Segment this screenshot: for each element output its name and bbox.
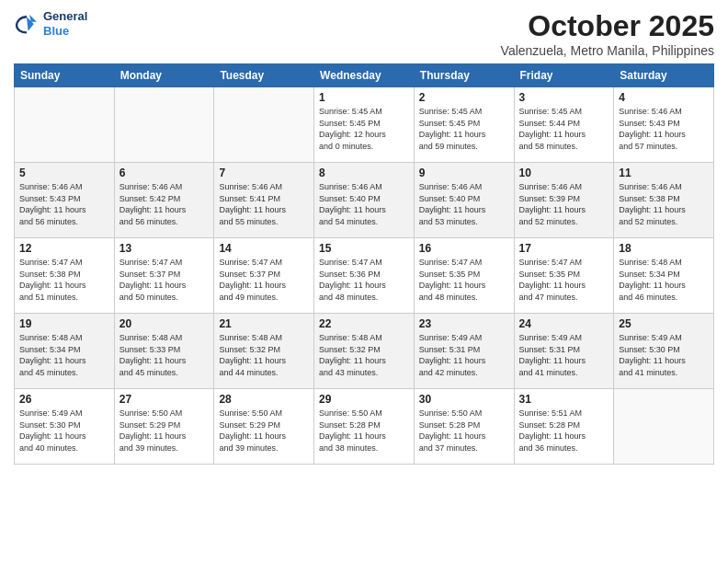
calendar-cell: 23Sunrise: 5:49 AM Sunset: 5:31 PM Dayli… [414, 314, 514, 389]
header-day-thursday: Thursday [414, 64, 514, 87]
day-number: 17 [519, 242, 609, 255]
day-info: Sunrise: 5:47 AM Sunset: 5:38 PM Dayligh… [19, 257, 109, 303]
day-number: 1 [319, 91, 409, 104]
header-day-tuesday: Tuesday [214, 64, 314, 87]
calendar-cell: 14Sunrise: 5:47 AM Sunset: 5:37 PM Dayli… [214, 238, 314, 314]
day-info: Sunrise: 5:50 AM Sunset: 5:28 PM Dayligh… [419, 408, 509, 454]
calendar-cell: 28Sunrise: 5:50 AM Sunset: 5:29 PM Dayli… [214, 389, 314, 465]
header-day-monday: Monday [114, 64, 214, 87]
day-number: 14 [219, 242, 309, 255]
calendar-cell: 21Sunrise: 5:48 AM Sunset: 5:32 PM Dayli… [214, 314, 314, 389]
calendar-page: General Blue October 2025 Valenzuela, Me… [0, 0, 728, 563]
calendar-cell: 16Sunrise: 5:47 AM Sunset: 5:35 PM Dayli… [414, 238, 514, 314]
day-info: Sunrise: 5:48 AM Sunset: 5:33 PM Dayligh… [119, 332, 210, 378]
calendar-cell: 17Sunrise: 5:47 AM Sunset: 5:35 PM Dayli… [514, 238, 614, 314]
calendar-cell: 12Sunrise: 5:47 AM Sunset: 5:38 PM Dayli… [15, 238, 115, 314]
day-number: 6 [119, 167, 210, 179]
week-row-3: 12Sunrise: 5:47 AM Sunset: 5:38 PM Dayli… [15, 238, 714, 314]
calendar-cell: 1Sunrise: 5:45 AM Sunset: 5:45 PM Daylig… [314, 87, 415, 163]
calendar-cell: 15Sunrise: 5:47 AM Sunset: 5:36 PM Dayli… [314, 238, 415, 314]
calendar-cell: 27Sunrise: 5:50 AM Sunset: 5:29 PM Dayli… [114, 389, 214, 465]
calendar-cell: 25Sunrise: 5:49 AM Sunset: 5:30 PM Dayli… [614, 314, 714, 389]
calendar-cell: 22Sunrise: 5:48 AM Sunset: 5:32 PM Dayli… [314, 314, 415, 389]
calendar-title: October 2025 [501, 9, 714, 43]
day-info: Sunrise: 5:46 AM Sunset: 5:39 PM Dayligh… [519, 181, 609, 227]
day-number: 11 [619, 167, 709, 179]
day-info: Sunrise: 5:46 AM Sunset: 5:40 PM Dayligh… [319, 181, 409, 227]
calendar-cell: 26Sunrise: 5:49 AM Sunset: 5:30 PM Dayli… [15, 389, 115, 465]
title-section: October 2025 Valenzuela, Metro Manila, P… [501, 9, 714, 58]
day-info: Sunrise: 5:48 AM Sunset: 5:32 PM Dayligh… [319, 332, 409, 378]
week-row-2: 5Sunrise: 5:46 AM Sunset: 5:43 PM Daylig… [15, 163, 714, 238]
calendar-cell: 30Sunrise: 5:50 AM Sunset: 5:28 PM Dayli… [414, 389, 514, 465]
calendar-cell: 18Sunrise: 5:48 AM Sunset: 5:34 PM Dayli… [614, 238, 714, 314]
calendar-cell [114, 87, 214, 163]
day-number: 19 [19, 317, 109, 330]
day-number: 30 [419, 393, 509, 406]
day-number: 22 [319, 317, 409, 330]
day-info: Sunrise: 5:46 AM Sunset: 5:42 PM Dayligh… [119, 181, 210, 227]
day-info: Sunrise: 5:50 AM Sunset: 5:28 PM Dayligh… [319, 408, 409, 454]
day-number: 9 [419, 167, 509, 179]
calendar-cell [214, 87, 314, 163]
day-number: 16 [419, 242, 509, 255]
day-number: 4 [619, 91, 709, 104]
day-info: Sunrise: 5:47 AM Sunset: 5:36 PM Dayligh… [319, 257, 409, 303]
day-info: Sunrise: 5:49 AM Sunset: 5:31 PM Dayligh… [519, 332, 609, 378]
logo: General Blue [14, 9, 87, 38]
calendar-cell: 20Sunrise: 5:48 AM Sunset: 5:33 PM Dayli… [114, 314, 214, 389]
day-info: Sunrise: 5:46 AM Sunset: 5:43 PM Dayligh… [19, 181, 109, 227]
day-number: 12 [19, 242, 109, 255]
day-number: 26 [19, 393, 109, 406]
day-info: Sunrise: 5:47 AM Sunset: 5:37 PM Dayligh… [119, 257, 210, 303]
day-number: 7 [219, 167, 309, 179]
day-number: 29 [319, 393, 409, 406]
day-number: 25 [619, 317, 709, 330]
calendar-cell: 10Sunrise: 5:46 AM Sunset: 5:39 PM Dayli… [514, 163, 614, 238]
day-number: 21 [219, 317, 309, 330]
day-number: 24 [519, 317, 609, 330]
calendar-cell: 7Sunrise: 5:46 AM Sunset: 5:41 PM Daylig… [214, 163, 314, 238]
header-row: SundayMondayTuesdayWednesdayThursdayFrid… [15, 64, 714, 87]
day-info: Sunrise: 5:48 AM Sunset: 5:34 PM Dayligh… [619, 257, 709, 303]
week-row-5: 26Sunrise: 5:49 AM Sunset: 5:30 PM Dayli… [15, 389, 714, 465]
day-info: Sunrise: 5:45 AM Sunset: 5:45 PM Dayligh… [419, 106, 509, 152]
logo-line1: General [43, 9, 87, 24]
logo-text: General Blue [43, 9, 87, 38]
day-info: Sunrise: 5:46 AM Sunset: 5:38 PM Dayligh… [619, 181, 709, 227]
calendar-cell: 8Sunrise: 5:46 AM Sunset: 5:40 PM Daylig… [314, 163, 415, 238]
logo-icon [14, 11, 40, 37]
calendar-cell: 29Sunrise: 5:50 AM Sunset: 5:28 PM Dayli… [314, 389, 415, 465]
day-number: 23 [419, 317, 509, 330]
day-info: Sunrise: 5:51 AM Sunset: 5:28 PM Dayligh… [519, 408, 609, 454]
day-number: 5 [19, 167, 109, 179]
day-info: Sunrise: 5:46 AM Sunset: 5:43 PM Dayligh… [619, 106, 709, 152]
calendar-cell: 24Sunrise: 5:49 AM Sunset: 5:31 PM Dayli… [514, 314, 614, 389]
day-number: 28 [219, 393, 309, 406]
day-info: Sunrise: 5:47 AM Sunset: 5:35 PM Dayligh… [519, 257, 609, 303]
calendar-cell: 5Sunrise: 5:46 AM Sunset: 5:43 PM Daylig… [15, 163, 115, 238]
day-number: 27 [119, 393, 210, 406]
day-info: Sunrise: 5:49 AM Sunset: 5:30 PM Dayligh… [619, 332, 709, 378]
calendar-cell: 31Sunrise: 5:51 AM Sunset: 5:28 PM Dayli… [514, 389, 614, 465]
calendar-subtitle: Valenzuela, Metro Manila, Philippines [501, 43, 714, 58]
logo-line2: Blue [43, 24, 69, 38]
day-number: 18 [619, 242, 709, 255]
day-info: Sunrise: 5:45 AM Sunset: 5:45 PM Dayligh… [319, 106, 409, 152]
day-info: Sunrise: 5:49 AM Sunset: 5:31 PM Dayligh… [419, 332, 509, 378]
day-info: Sunrise: 5:50 AM Sunset: 5:29 PM Dayligh… [119, 408, 210, 454]
day-info: Sunrise: 5:49 AM Sunset: 5:30 PM Dayligh… [19, 408, 109, 454]
header-day-sunday: Sunday [15, 64, 115, 87]
header-day-wednesday: Wednesday [314, 64, 415, 87]
day-info: Sunrise: 5:48 AM Sunset: 5:32 PM Dayligh… [219, 332, 309, 378]
calendar-cell [614, 389, 714, 465]
header-day-saturday: Saturday [614, 64, 714, 87]
day-info: Sunrise: 5:47 AM Sunset: 5:35 PM Dayligh… [419, 257, 509, 303]
week-row-4: 19Sunrise: 5:48 AM Sunset: 5:34 PM Dayli… [15, 314, 714, 389]
day-number: 20 [119, 317, 210, 330]
day-number: 8 [319, 167, 409, 179]
calendar-cell: 6Sunrise: 5:46 AM Sunset: 5:42 PM Daylig… [114, 163, 214, 238]
calendar-cell: 3Sunrise: 5:45 AM Sunset: 5:44 PM Daylig… [514, 87, 614, 163]
day-info: Sunrise: 5:48 AM Sunset: 5:34 PM Dayligh… [19, 332, 109, 378]
header: General Blue October 2025 Valenzuela, Me… [14, 9, 714, 58]
